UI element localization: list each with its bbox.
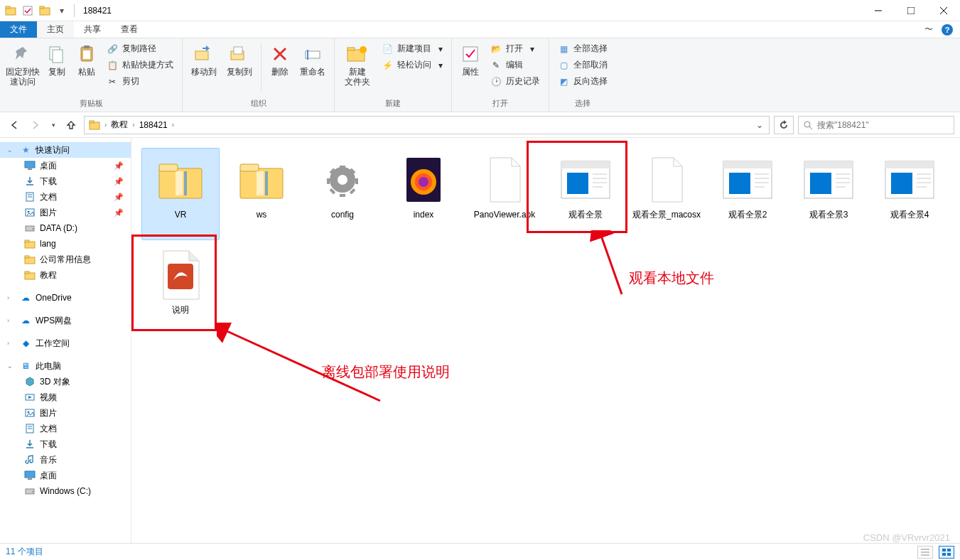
cut-button[interactable]: ✂剪切: [104, 74, 176, 89]
chevron-right-icon[interactable]: ›: [7, 317, 16, 324]
tab-home[interactable]: 主页: [37, 21, 74, 38]
breadcrumb-item-0[interactable]: 教程: [108, 119, 131, 131]
select-all-button[interactable]: ▦全部选择: [555, 41, 610, 56]
sidebar-item[interactable]: 公司常用信息: [0, 252, 131, 267]
file-item[interactable]: 观看全景3: [789, 148, 868, 240]
chevron-right-icon[interactable]: ›: [103, 121, 108, 129]
chevron-right-icon[interactable]: ›: [7, 340, 16, 347]
sidebar-item[interactable]: 教程: [0, 267, 131, 283]
svg-rect-58: [257, 171, 264, 195]
nav-up-button[interactable]: [63, 117, 80, 134]
folder-icon: [3, 3, 18, 18]
file-item[interactable]: 观看全景2: [708, 148, 787, 240]
sidebar-quick-access[interactable]: ⌄ ★ 快速访问: [0, 142, 131, 158]
sidebar-item[interactable]: 文档📌: [0, 189, 131, 205]
file-name: 观看全景_macosx: [632, 210, 701, 220]
chevron-down-icon[interactable]: ⌄: [7, 146, 16, 154]
file-thumb: [879, 153, 940, 207]
search-input[interactable]: [817, 120, 949, 130]
address-dropdown-icon[interactable]: ⌄: [752, 120, 767, 130]
annotation-text-2: 离线包部署使用说明: [322, 362, 450, 382]
chevron-right-icon[interactable]: ›: [7, 294, 16, 301]
sidebar-item[interactable]: 图片📌: [0, 205, 131, 220]
maximize-button[interactable]: [895, 0, 927, 21]
sidebar-wps[interactable]: ›☁WPS网盘: [0, 313, 131, 328]
chevron-down-icon[interactable]: ⌄: [7, 362, 16, 370]
copy-to-button[interactable]: 复制到: [222, 40, 257, 80]
file-item[interactable]: PanoViewer.apk: [465, 148, 544, 240]
folder-icon: [24, 254, 36, 265]
qat-dropdown-icon[interactable]: ▾: [54, 3, 70, 18]
view-details-button[interactable]: [917, 546, 933, 559]
sidebar-item[interactable]: 3D 对象: [0, 374, 131, 389]
file-item[interactable]: VR: [141, 148, 220, 240]
sidebar-workspace[interactable]: ›◆工作空间: [0, 335, 131, 351]
pin-quickaccess-button[interactable]: 固定到快 速访问: [4, 40, 41, 90]
chevron-right-icon[interactable]: ›: [171, 121, 176, 129]
breadcrumb-item-1[interactable]: 188421: [136, 120, 171, 130]
open-button[interactable]: 📂打开▾: [487, 41, 543, 56]
sidebar-onedrive[interactable]: ›☁OneDrive: [0, 290, 131, 306]
sidebar-item[interactable]: 图片: [0, 405, 131, 421]
copyto-icon: [228, 43, 251, 65]
tab-share[interactable]: 共享: [74, 21, 111, 38]
refresh-button[interactable]: [774, 116, 794, 134]
easy-access-button[interactable]: ⚡轻松访问▾: [379, 58, 446, 72]
folder-qat-icon[interactable]: [37, 3, 53, 18]
sidebar-item[interactable]: 文档: [0, 421, 131, 436]
sidebar-item[interactable]: Windows (C:): [0, 483, 131, 499]
file-area[interactable]: VRwsconfigindexPanoViewer.apk观看全景观看全景_ma…: [131, 138, 960, 543]
new-folder-button[interactable]: 新建 文件夹: [339, 40, 376, 90]
properties-qat-icon[interactable]: [20, 3, 36, 18]
svg-point-35: [32, 228, 33, 230]
sidebar-item[interactable]: 视频: [0, 389, 131, 405]
help-icon[interactable]: ?: [942, 24, 953, 36]
new-item-button[interactable]: 📄新建项目▾: [379, 41, 446, 56]
view-icons-button[interactable]: [939, 546, 954, 559]
sidebar-item[interactable]: lang: [0, 236, 131, 252]
invert-selection-button[interactable]: ◩反向选择: [555, 74, 610, 89]
rename-button[interactable]: 重命名: [296, 40, 330, 80]
sidebar-item[interactable]: 下载📌: [0, 173, 131, 189]
sidebar-item[interactable]: 桌面📌: [0, 158, 131, 173]
ribbon-collapse-icon[interactable]: 〜: [924, 23, 933, 36]
select-none-button[interactable]: ▢全部取消: [555, 58, 610, 72]
file-thumb: [717, 153, 778, 207]
file-item[interactable]: 观看全景4: [870, 148, 949, 240]
sidebar[interactable]: ⌄ ★ 快速访问 桌面📌下载📌文档📌图片📌DATA (D:)lang公司常用信息…: [0, 138, 131, 543]
status-item-count: 11 个项目: [6, 546, 43, 558]
file-item[interactable]: index: [384, 148, 463, 240]
tab-view[interactable]: 查看: [111, 21, 148, 38]
delete-button[interactable]: 删除: [266, 40, 294, 80]
properties-button[interactable]: 属性: [456, 40, 485, 80]
edit-button[interactable]: ✎编辑: [487, 58, 543, 72]
file-item[interactable]: 观看全景_macosx: [627, 148, 706, 240]
copy-path-button[interactable]: 🔗复制路径: [104, 41, 176, 56]
nav-forward-button[interactable]: [27, 117, 44, 134]
file-item[interactable]: 观看全景: [546, 148, 625, 240]
sidebar-item[interactable]: 桌面: [0, 468, 131, 483]
sidebar-item[interactable]: 音乐: [0, 452, 131, 468]
move-to-button[interactable]: 移动到: [187, 40, 221, 80]
sidebar-item[interactable]: DATA (D:): [0, 220, 131, 236]
copy-button[interactable]: 复制: [43, 40, 71, 80]
path-icon: 🔗: [107, 43, 118, 55]
paste-button[interactable]: 粘贴: [72, 40, 101, 80]
paste-shortcut-button[interactable]: 📋粘贴快捷方式: [104, 58, 176, 72]
sidebar-item[interactable]: 下载: [0, 436, 131, 452]
file-item[interactable]: config: [303, 148, 382, 240]
tab-file[interactable]: 文件: [0, 21, 37, 38]
search-box[interactable]: [798, 116, 954, 134]
addr-folder-icon[interactable]: [86, 119, 103, 131]
svg-rect-53: [159, 164, 178, 171]
history-button[interactable]: 🕑历史记录: [487, 74, 543, 89]
sidebar-this-pc[interactable]: ⌄🖥此电脑: [0, 358, 131, 374]
chevron-right-icon[interactable]: ›: [131, 121, 136, 129]
file-item[interactable]: 说明: [141, 243, 220, 335]
close-button[interactable]: [927, 0, 960, 21]
nav-recent-button[interactable]: ▾: [48, 117, 58, 134]
nav-back-button[interactable]: [6, 117, 23, 134]
file-item[interactable]: ws: [222, 148, 301, 240]
address-bar[interactable]: › 教程 › 188421 › ⌄: [84, 116, 770, 134]
minimize-button[interactable]: [862, 0, 895, 21]
